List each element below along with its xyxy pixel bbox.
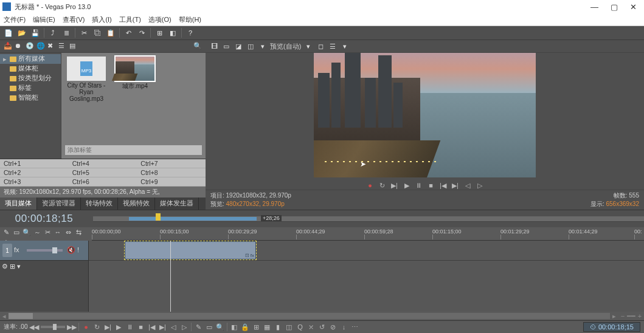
shuttle-left-icon[interactable]: ◀◀ (30, 323, 38, 331)
overlay-icon[interactable]: ◻ (316, 41, 325, 51)
tag-input[interactable]: 添加标签 (65, 145, 202, 155)
loop-region[interactable] (129, 217, 257, 221)
prev-quality-dropdown[interactable]: ▾ (258, 41, 268, 51)
btm-record-button[interactable]: ● (81, 323, 90, 331)
play-start-button[interactable]: ▶| (390, 181, 400, 190)
auto-ripple2-icon[interactable]: ◧ (230, 323, 238, 331)
menu-bar[interactable]: 文件(F) 编辑(E) 查看(V) 插入(I) 工具(T) 选项(O) 帮助(H… (0, 13, 644, 26)
stop-button[interactable]: ■ (426, 181, 436, 190)
solo-icon[interactable]: ! (77, 246, 86, 255)
btm-stop-button[interactable]: ■ (136, 323, 145, 331)
minimize-button[interactable]: — (590, 2, 598, 12)
menu-options[interactable]: 选项(O) (148, 15, 171, 24)
snap-icon[interactable]: ⊞ (154, 28, 164, 38)
time-ruler[interactable]: 00:00:00;0000:00:15;0000:00:29;2900:00:4… (92, 227, 644, 241)
import-icon[interactable]: 📥 (4, 42, 12, 50)
properties-icon[interactable]: ≣ (61, 28, 71, 38)
snap2-icon[interactable]: ⊞ (252, 323, 260, 331)
remove-icon[interactable]: ✖ (47, 42, 56, 50)
btm-pause-button[interactable]: ⏸ (125, 323, 134, 331)
zoom-edit-icon[interactable]: 🔍 (216, 323, 224, 331)
loop-play-icon[interactable]: ↺ (317, 323, 326, 331)
track-header-1[interactable]: 1 fx 🔇 ! (0, 241, 88, 261)
views-icon[interactable]: ▤ (69, 42, 78, 50)
snap-grid-icon[interactable]: ▦ (263, 323, 271, 331)
properties2-icon[interactable]: ☰ (58, 42, 67, 50)
btm-go-start-button[interactable]: |◀ (147, 323, 156, 331)
help-icon[interactable]: ? (185, 28, 195, 38)
video-clip[interactable]: ⊡ fx (125, 241, 256, 259)
snap-markers-icon[interactable]: ▮ (274, 323, 282, 331)
undo-icon[interactable]: ↶ (123, 28, 133, 38)
paste-icon[interactable]: 📋 (106, 28, 116, 38)
btm-next-frame-button[interactable]: ▷ (180, 323, 189, 331)
browser-tabs[interactable]: 项目媒体 资源管理器 转场特效 视频特效 媒体发生器 (0, 197, 206, 210)
btm-go-end-button[interactable]: ▶| (158, 323, 167, 331)
prev-external-icon[interactable]: ▭ (221, 41, 231, 51)
tree-media-bins[interactable]: 媒体柜 (0, 64, 61, 74)
web-icon[interactable]: 🌐 (36, 42, 45, 50)
tab-generators[interactable]: 媒体发生器 (155, 197, 199, 210)
video-preview[interactable]: ➤ (314, 53, 536, 177)
btm-play-button[interactable]: ▶ (114, 323, 123, 331)
menu-insert[interactable]: 插入(I) (92, 15, 111, 24)
media-item-video[interactable]: 城市.mp4 (114, 57, 156, 102)
capture-icon[interactable]: ⏺ (15, 42, 23, 50)
track-more-icon[interactable]: ▾ (17, 263, 21, 270)
btm-play-start-button[interactable]: ▶| (103, 323, 112, 331)
lock-env-icon[interactable]: 🔒 (241, 323, 249, 331)
redo-icon[interactable]: ↷ (137, 28, 147, 38)
go-end-button[interactable]: ▶| (451, 181, 460, 190)
menu-file[interactable]: 文件(F) (4, 15, 26, 24)
zoom-tool-icon[interactable]: 🔍 (23, 228, 31, 236)
sel-edit-icon[interactable]: ▭ (205, 323, 213, 331)
shuttle-slider[interactable] (41, 326, 65, 328)
playhead[interactable] (170, 241, 171, 312)
quantize-icon[interactable]: Q (296, 323, 304, 331)
open-project-icon[interactable]: 📂 (17, 28, 27, 38)
sel-tool-icon[interactable]: ▭ (12, 228, 21, 236)
timecode-display[interactable]: 00:00:18;15 (0, 213, 93, 225)
tab-explorer[interactable]: 资源管理器 (37, 197, 81, 210)
tree-by-type[interactable]: 按类型划分 (0, 74, 61, 83)
search-icon[interactable]: 🔍 (193, 42, 202, 50)
trim-tool-icon[interactable]: ✂ (43, 228, 52, 236)
edit-tool-icon[interactable]: ✎ (2, 228, 10, 236)
track-fx-icon[interactable]: ⊞ (10, 263, 15, 270)
go-start-button[interactable]: |◀ (438, 181, 448, 190)
media-item-audio[interactable]: MP3 City Of Stars - Ryan Gosling.mp3 (65, 57, 108, 102)
prev-frame-button[interactable]: ◁ (463, 181, 473, 190)
split-screen-icon[interactable]: ◫ (246, 41, 255, 51)
stretch-tool-icon[interactable]: ⇆ (74, 228, 83, 236)
zoom-in-icon[interactable]: + (635, 312, 644, 320)
slide-tool-icon[interactable]: ⇔ (64, 228, 72, 236)
record-button[interactable]: ● (365, 181, 375, 190)
loop-button[interactable]: ↻ (378, 181, 387, 190)
menu-tools[interactable]: 工具(T) (119, 15, 141, 24)
save-project-icon[interactable]: 💾 (30, 28, 40, 38)
btm-prev-frame-button[interactable]: ◁ (169, 323, 178, 331)
status-timecode[interactable]: ⏲ 00:00:18;15 (583, 322, 640, 332)
marker-bar[interactable]: +28;26 (93, 216, 644, 222)
marker[interactable] (156, 213, 161, 221)
menu-view[interactable]: 查看(V) (63, 15, 85, 24)
pause-button[interactable]: ⏸ (414, 181, 424, 190)
scroll-left-icon[interactable]: ◂ (0, 312, 9, 320)
btm-loop-button[interactable]: ↻ (92, 323, 101, 331)
more-icon[interactable]: ⋯ (350, 323, 359, 331)
prev-output-fx-icon[interactable]: ◪ (234, 41, 243, 51)
track-level-slider[interactable] (27, 249, 63, 252)
mute-icon[interactable]: 🔇 (67, 246, 75, 255)
maximize-button[interactable]: ▢ (611, 2, 618, 12)
downstream-icon[interactable]: ↓ (339, 323, 348, 331)
extract-icon[interactable]: 💿 (26, 42, 34, 50)
automation-icon[interactable]: ⚙ (2, 263, 8, 270)
project-video-props-icon[interactable]: 🎞 (209, 41, 219, 51)
close-button[interactable]: ✕ (630, 2, 637, 12)
tab-transitions[interactable]: 转场特效 (81, 197, 118, 210)
media-tree[interactable]: ▸所有媒体 媒体柜 按类型划分 标签 智能柜 (0, 53, 61, 159)
auto-crossfade-icon[interactable]: ⤫ (306, 323, 315, 331)
timeline-scrollbar[interactable]: ◂ ▸ − ━━ + (0, 312, 644, 320)
copy-snapshot-icon[interactable]: ▾ (340, 41, 350, 51)
slip-tool-icon[interactable]: ↔ (54, 228, 62, 236)
